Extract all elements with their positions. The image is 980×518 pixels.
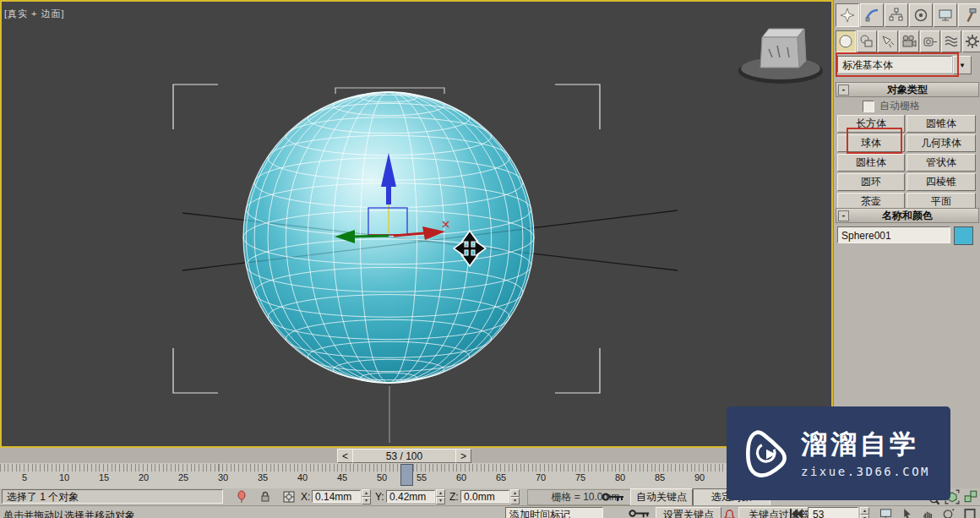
category-cameras[interactable] [899,30,919,52]
motion-tab-icon [913,8,928,23]
prev-frame-button[interactable]: < [337,449,353,463]
button-cylinder[interactable]: 圆柱体 [837,154,905,172]
category-space-warps[interactable] [941,30,961,52]
transform-typein-icon[interactable] [282,490,296,504]
current-frame-field[interactable]: 53 [808,507,858,518]
grid-size-field: 栅格 = 10.0mm [527,489,644,505]
button-tube[interactable]: 管状体 [906,154,976,172]
category-lights[interactable] [878,30,898,52]
watermark-url: zixue.3D66.COM [801,465,930,478]
watermark-brand: 溜溜自学 [801,429,930,460]
track-bar[interactable]: 51015202530354045505560657075808590 [0,463,833,489]
tab-display[interactable] [934,3,957,27]
y-coordinate-field[interactable]: 0.42mm [386,490,435,503]
perspective-viewport[interactable]: [真实 + 边面] [0,0,833,448]
color-swatch[interactable] [954,226,973,245]
tab-create[interactable] [836,3,859,27]
key-icon [629,508,651,518]
x-label: X: [301,491,310,503]
tab-utilities[interactable] [958,3,980,27]
collapse-icon[interactable]: - [838,210,849,221]
ruler-number: 40 [292,472,313,483]
watermark: 溜溜自学 zixue.3D66.COM [727,406,950,500]
ruler-number: 80 [610,472,630,483]
object-type-rollout-header[interactable]: - 对象类型 [836,82,979,97]
name-color-rollout-header[interactable]: - 名称和颜色 [836,208,979,223]
autogrid-checkbox[interactable] [863,101,874,112]
create-tab-icon [840,8,855,23]
ruler-number: 85 [650,472,670,483]
category-icons-row [836,30,980,52]
status-bar-row2: 单击并拖动以选择并移动对象 添加时间标记 设置关键点 关键点过滤器 53 ▴▾ [0,505,980,518]
spacewarps-category-icon [944,34,959,49]
z-spinner[interactable]: ▴▾ [510,489,520,504]
goto-start-icon[interactable] [789,508,803,518]
object-type-buttons: 长方体 圆锥体 球体 几何球体 圆柱体 管状体 圆环 四棱锥 茶壶 平面 [837,115,976,210]
viewcube[interactable] [738,29,823,84]
frame-marker[interactable] [400,464,413,486]
pan-hand-icon[interactable] [921,508,934,518]
ruler-number: 45 [332,472,352,483]
select-object-icon[interactable] [901,508,914,518]
tab-modify[interactable] [860,3,884,27]
button-torus[interactable]: 圆环 [837,173,905,191]
category-geometry[interactable] [836,30,856,52]
utilities-tab-icon [962,8,977,23]
ruler-number: 60 [451,472,471,483]
ruler-number: 65 [491,472,511,483]
shapes-category-icon [859,34,874,49]
object-type-rollout-title: 对象类型 [887,83,928,97]
add-time-tag-field[interactable]: 添加时间标记 [505,507,603,518]
zoom-all-icon[interactable] [963,489,978,504]
helpers-category-icon [923,34,938,49]
button-geosphere[interactable]: 几何球体 [906,134,976,152]
key-filters-icon[interactable] [723,508,736,518]
category-helpers[interactable] [920,30,940,52]
button-box[interactable]: 长方体 [837,115,905,133]
ruler-number: 75 [570,472,591,483]
y-spinner[interactable]: ▴▾ [436,489,445,504]
object-category-dropdown[interactable]: 标准基本体 [837,56,952,73]
name-color-rollout-title: 名称和颜色 [882,209,933,223]
key-icon [602,491,625,503]
button-sphere[interactable]: 球体 [837,134,905,152]
time-slider-row[interactable]: < 53 / 100 > [0,448,833,463]
lights-category-icon [880,34,896,49]
button-cone[interactable]: 圆锥体 [906,115,976,133]
ruler-number: 25 [173,472,193,483]
selection-lock-icon[interactable] [259,490,272,504]
modify-tab-icon [864,8,879,23]
ruler-number: 70 [531,472,551,483]
orbit-icon[interactable] [941,508,955,518]
isolate-selection-icon[interactable] [235,490,248,504]
dropdown-arrow-icon[interactable]: ▼ [953,56,972,74]
x-coordinate-field[interactable]: 0.14mm [312,490,361,503]
ruler-number: 5 [14,472,35,483]
maximize-viewport-icon[interactable] [963,508,977,518]
tab-hierarchy[interactable] [885,3,908,27]
scene-svg [2,2,831,446]
prompt-line: 单击并拖动以选择并移动对象 [3,508,135,518]
auto-key-button[interactable]: 自动关键点 [630,488,693,506]
selection-status-field: 选择了 1 个对象 [2,489,223,504]
category-shapes[interactable] [857,30,877,52]
time-config-icon[interactable] [879,508,894,518]
time-slider-button[interactable]: 53 / 100 [352,449,456,463]
z-coordinate-field[interactable]: 0.0mm [460,490,509,503]
ruler-number: 20 [133,472,154,483]
object-name-input[interactable]: Sphere001 [837,226,950,243]
ruler-number: 55 [411,472,432,483]
collapse-icon[interactable]: - [838,85,849,95]
next-frame-button[interactable]: > [455,449,471,463]
ruler-number: 90 [689,472,710,483]
tab-motion[interactable] [909,3,933,27]
set-key-button[interactable]: 设置关键点 [656,507,721,518]
autogrid-label: 自动栅格 [879,99,920,113]
hierarchy-tab-icon [889,8,904,23]
frame-spinner[interactable]: ▴▾ [860,507,869,518]
x-spinner[interactable]: ▴▾ [362,489,371,504]
geometry-category-icon [838,34,853,49]
systems-category-icon [965,34,980,49]
button-pyramid[interactable]: 四棱锥 [906,173,976,191]
category-systems[interactable] [962,30,980,52]
